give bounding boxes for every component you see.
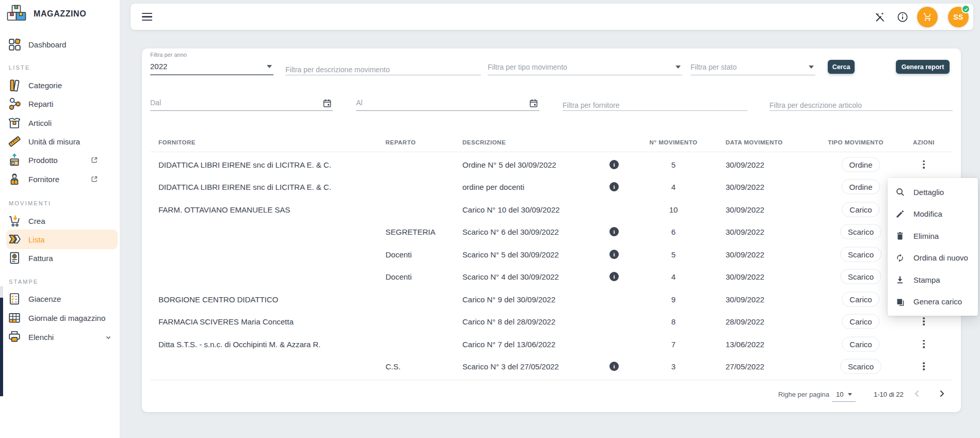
sidebar-item-crea[interactable]: Crea — [0, 212, 120, 230]
sidebar-item-dashboard[interactable]: Dashboard — [0, 35, 120, 54]
tipo-movimento-chip: Carico — [842, 291, 879, 306]
sidebar-item-reparti[interactable]: Reparti — [0, 94, 120, 113]
tipo-movimento-chip: Scarico — [840, 224, 881, 239]
sidebar-item-label: Unità di misura — [28, 137, 80, 146]
table-header: FORNITORE REPARTO DESCRIZIONE N° MOVIMEN… — [142, 136, 961, 152]
sidebar-item-articoli[interactable]: Articoli — [0, 113, 120, 132]
cart-button[interactable] — [917, 7, 938, 27]
sidebar-item-label: Dashboard — [28, 40, 66, 49]
fornitore-filter-input[interactable] — [563, 101, 747, 109]
cell-data-movimento: 28/09/2022 — [726, 317, 764, 326]
sidebar-item-fattura[interactable]: Fattura — [0, 249, 120, 267]
app-logo: MAGAZZINO — [6, 4, 86, 24]
rows-per-page-select[interactable]: 10 — [836, 391, 843, 398]
cell-n-movimento: 4 — [671, 183, 676, 191]
next-page-button[interactable] — [937, 388, 947, 399]
printer-icon — [8, 330, 21, 344]
menu-item-label: Ordina di nuovo — [913, 253, 968, 262]
previous-page-button[interactable] — [912, 388, 922, 399]
tipo-movimento-select[interactable]: Filtra per tipo movimento — [488, 53, 682, 75]
sidebar-item-label: Reparti — [28, 100, 53, 108]
cerca-button[interactable]: Cerca — [828, 60, 855, 74]
table-bottom-divider — [150, 380, 953, 380]
open-box-icon — [8, 116, 21, 129]
left-scrollbar-thumb[interactable] — [0, 298, 3, 396]
cell-descrizione: ordine per docenti — [462, 183, 524, 191]
magic-wand-off-icon[interactable] — [874, 11, 886, 23]
menu-item-label: Dettaglio — [913, 188, 944, 197]
dropdown-arrow-icon — [267, 65, 272, 68]
header-azioni: AZIONI — [913, 139, 935, 145]
sidebar-item-giornale-di-magazzino[interactable]: Giornale di magazzino — [0, 309, 120, 327]
cell-descrizione: Scarico N° 4 del 30/09/2022 — [462, 272, 559, 281]
cell-data-movimento: 30/09/2022 — [726, 228, 764, 236]
invoice-icon — [8, 251, 21, 265]
row-actions-button[interactable] — [921, 338, 927, 350]
cell-descrizione: Carico N° 8 del 28/09/2022 — [462, 317, 555, 326]
menu-item-ordina-di-nuovo[interactable]: Ordina di nuovo — [888, 247, 978, 269]
sidebar-item-lista[interactable]: Lista — [0, 230, 120, 249]
genera-report-button[interactable]: Genera report — [896, 60, 950, 74]
sidebar-item-prodotto[interactable]: Prodotto — [0, 151, 120, 169]
menu-item-elimina[interactable]: Elimina — [888, 225, 978, 247]
info-icon[interactable] — [896, 11, 909, 23]
row-info-icon[interactable] — [609, 250, 619, 259]
anno-value: 2022 — [150, 62, 167, 71]
cell-n-movimento: 3 — [671, 362, 676, 371]
menu-item-modifica[interactable]: Modifica — [888, 203, 978, 225]
avatar[interactable]: SS — [948, 7, 969, 27]
menu-item-stampa[interactable]: Stampa — [888, 269, 978, 291]
cell-data-movimento: 30/09/2022 — [726, 183, 764, 191]
rows-per-page-underline — [832, 401, 856, 402]
cell-descrizione: Scarico N° 5 del 30/09/2022 — [462, 250, 559, 258]
descrizione-articolo-input[interactable] — [769, 101, 953, 109]
header-data-movimento: DATA MOVIMENTO — [726, 139, 783, 145]
row-actions-button[interactable] — [921, 315, 927, 328]
external-link-icon — [91, 175, 98, 183]
row-actions-button[interactable] — [921, 360, 927, 372]
dal-date-field[interactable]: Dal — [150, 88, 333, 111]
cell-n-movimento: 4 — [671, 272, 676, 281]
cell-n-movimento: 8 — [671, 317, 676, 326]
sidebar-item-unita-di-misura[interactable]: Unità di misura — [0, 132, 120, 151]
dropdown-arrow-icon — [676, 66, 681, 69]
pagination: Righe per pagina 10 1-10 di 22 — [142, 383, 961, 405]
sidebar-item-elenchi[interactable]: Elenchi — [0, 328, 120, 346]
row-info-icon[interactable] — [609, 227, 619, 236]
sidebar-item-label: Fornitore — [28, 175, 59, 184]
tipo-movimento-chip: Ordine — [841, 157, 880, 172]
stato-select[interactable]: Filtra per stato — [690, 53, 815, 75]
descrizione-movimento-input[interactable] — [285, 66, 481, 74]
row-info-icon[interactable] — [609, 182, 619, 191]
row-actions-button[interactable] — [921, 158, 927, 171]
row-info-icon[interactable] — [609, 272, 619, 281]
descrizione-articolo-field[interactable] — [769, 88, 953, 111]
fornitore-filter-field[interactable] — [563, 88, 747, 111]
cell-descrizione: Carico N° 7 del 13/06/2022 — [462, 339, 555, 348]
chevron-down-icon — [105, 334, 112, 341]
sidebar-item-categorie[interactable]: Categorie — [0, 76, 120, 94]
cell-data-movimento: 30/09/2022 — [726, 272, 764, 281]
row-info-icon[interactable] — [609, 160, 619, 169]
menu-item-label: Modifica — [913, 209, 942, 218]
anno-select[interactable]: Filtra per anno 2022 — [150, 53, 274, 75]
dropdown-arrow-icon[interactable] — [848, 393, 852, 396]
row-info-icon[interactable] — [609, 362, 619, 371]
sidebar-item-giacenze[interactable]: Giacenze — [0, 289, 120, 308]
table-row: BORGIONE CENTRO DIDATTICO Carico N° 9 de… — [142, 288, 961, 311]
menu-item-genera-carico[interactable]: Genera carico — [888, 291, 978, 313]
sidebar-item-label: Articoli — [28, 119, 52, 127]
descrizione-movimento-field[interactable] — [285, 53, 481, 75]
online-check-badge — [961, 5, 970, 13]
table-row: FARM. OTTAVIANO EMANUELE SAS Carico N° 1… — [142, 198, 961, 221]
sidebar-item-fornitore[interactable]: Fornitore — [0, 170, 120, 188]
sidebar-item-label: Categorie — [28, 81, 62, 90]
menu-item-dettaglio[interactable]: Dettaglio — [888, 181, 978, 203]
calendar-icon[interactable] — [529, 99, 538, 108]
hamburger-menu-icon[interactable] — [142, 13, 152, 21]
cell-n-movimento: 5 — [671, 160, 676, 169]
al-date-field[interactable]: Al — [356, 88, 539, 111]
sidebar-item-label: Elenchi — [28, 333, 54, 342]
calendar-icon[interactable] — [323, 99, 332, 108]
sidebar-section-movimenti: MOVIMENTI — [9, 200, 51, 206]
